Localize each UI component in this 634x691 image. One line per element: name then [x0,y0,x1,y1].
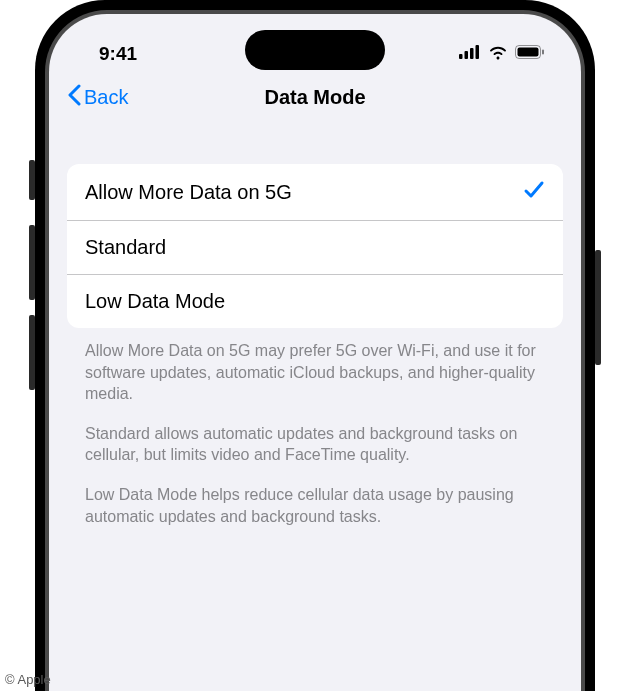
back-button[interactable]: Back [67,84,128,111]
option-label: Standard [85,236,166,259]
status-icons [459,45,545,64]
back-chevron-icon [67,84,82,111]
option-low-data-mode[interactable]: Low Data Mode [67,275,563,328]
option-standard[interactable]: Standard [67,221,563,275]
svg-rect-5 [518,48,539,57]
nav-title: Data Mode [264,86,365,109]
wifi-icon [488,45,508,64]
nav-bar: Back Data Mode [49,74,581,124]
footer-paragraph: Allow More Data on 5G may prefer 5G over… [85,340,545,405]
svg-rect-2 [470,48,474,59]
content-area: Allow More Data on 5G Standard Low Data … [49,124,581,527]
option-label: Low Data Mode [85,290,225,313]
power-button[interactable] [595,250,601,365]
footer-paragraph: Standard allows automatic updates and ba… [85,423,545,466]
back-label: Back [84,86,128,109]
option-label: Allow More Data on 5G [85,181,292,204]
svg-rect-3 [476,45,480,59]
dynamic-island [245,30,385,70]
footer-description: Allow More Data on 5G may prefer 5G over… [67,328,563,527]
status-time: 9:41 [99,43,137,65]
footer-paragraph: Low Data Mode helps reduce cellular data… [85,484,545,527]
option-allow-more-5g[interactable]: Allow More Data on 5G [67,164,563,221]
data-mode-options: Allow More Data on 5G Standard Low Data … [67,164,563,328]
phone-frame: 9:41 Bac [35,0,595,691]
phone-screen: 9:41 Bac [49,14,581,691]
phone-inner-frame: 9:41 Bac [45,10,585,691]
svg-rect-1 [465,51,469,59]
battery-icon [515,45,545,63]
svg-rect-0 [459,54,463,59]
checkmark-icon [523,179,545,205]
copyright-text: © Apple [5,672,51,687]
cellular-signal-icon [459,45,481,63]
svg-rect-6 [542,50,544,55]
